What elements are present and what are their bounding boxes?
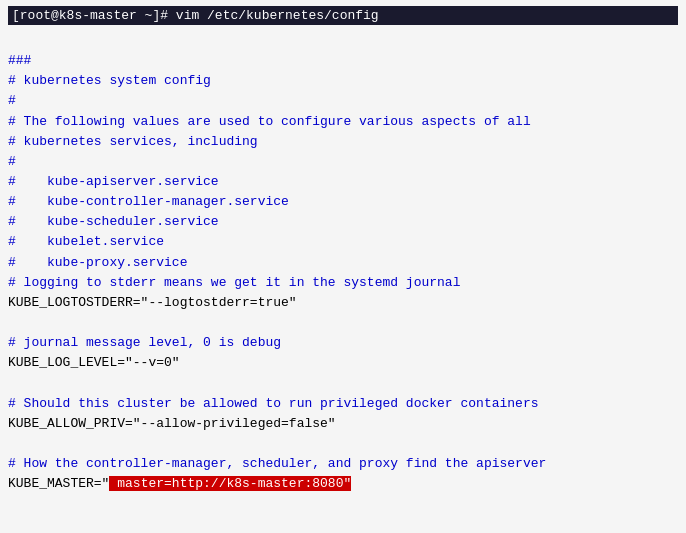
line-blank3: [8, 373, 678, 393]
line-l8: # kube-controller-manager.service: [8, 192, 678, 212]
line-l5: # kubernetes services, including: [8, 132, 678, 152]
line-l7: # kube-apiserver.service: [8, 172, 678, 192]
line-l2: # kubernetes system config: [8, 71, 678, 91]
file-content: ### # kubernetes system config # # The f…: [8, 31, 678, 494]
line-l12: # logging to stderr means we get it in t…: [8, 273, 678, 293]
command-prompt-line: [root@k8s-master ~]# vim /etc/kubernetes…: [8, 6, 678, 25]
line-l9: # kube-scheduler.service: [8, 212, 678, 232]
line-l10: # kubelet.service: [8, 232, 678, 252]
line-l18: # How the controller-manager, scheduler,…: [8, 454, 678, 474]
line-l4: # The following values are used to confi…: [8, 112, 678, 132]
line-l11: # kube-proxy.service: [8, 253, 678, 273]
kube-master-prefix: KUBE_MASTER=": [8, 476, 109, 491]
line-l15: KUBE_LOG_LEVEL="--v=0": [8, 353, 678, 373]
line-l14: # journal message level, 0 is debug: [8, 333, 678, 353]
terminal-window: [root@k8s-master ~]# vim /etc/kubernetes…: [0, 0, 686, 533]
line-blank2: [8, 313, 678, 333]
line-l13: KUBE_LOGTOSTDERR="--logtostderr=true": [8, 293, 678, 313]
line-l1: ###: [8, 51, 678, 71]
line-l19: KUBE_MASTER=" master=http://k8s-master:8…: [8, 474, 678, 494]
line-blank1: [8, 31, 678, 51]
line-l6: #: [8, 152, 678, 172]
kube-master-value: master=http://k8s-master:8080": [109, 476, 351, 491]
line-l17: KUBE_ALLOW_PRIV="--allow-privileged=fals…: [8, 414, 678, 434]
command-text: [root@k8s-master ~]# vim /etc/kubernetes…: [12, 8, 379, 23]
line-l3: #: [8, 91, 678, 111]
line-l16: # Should this cluster be allowed to run …: [8, 394, 678, 414]
line-blank4: [8, 434, 678, 454]
